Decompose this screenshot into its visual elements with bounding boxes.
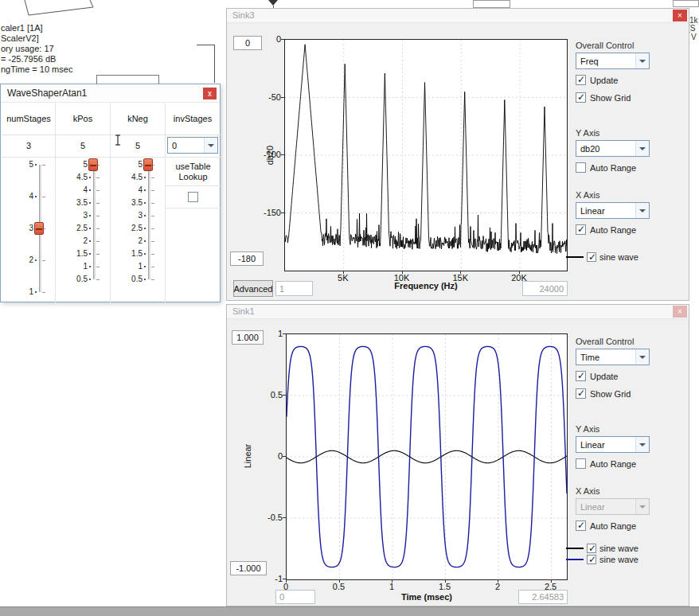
x-tick-label: 15K <box>448 273 472 283</box>
column-header-numstages: numStages <box>2 103 56 135</box>
diagram-annotation-line: = -25.7956 dB <box>1 54 72 64</box>
advanced-button[interactable]: Advanced <box>233 280 273 297</box>
x-auto-range-checkbox[interactable] <box>576 520 586 531</box>
slider-tick-mark <box>151 203 154 204</box>
slider-scale-label: 0.5 <box>68 275 88 283</box>
slider-handle[interactable] <box>88 158 98 171</box>
slider-tick-dot <box>89 228 91 229</box>
y-auto-range-checkbox[interactable] <box>576 162 586 173</box>
x-axis-dropdown[interactable]: Linear <box>576 498 650 515</box>
legend-checkbox[interactable] <box>587 252 596 262</box>
x-tick-label: 2.5 <box>539 582 563 591</box>
legend-label: sine wave <box>599 555 638 564</box>
overall-control-label: Overall Control <box>576 41 634 50</box>
column-header-kneg: kNeg <box>111 103 165 135</box>
y-axis-dropdown[interactable]: Linear <box>576 436 650 453</box>
slider-scale-label: 2 <box>14 255 33 264</box>
slider-scale-label: 1 <box>123 262 143 271</box>
y-tick-mark <box>283 579 286 579</box>
dialog-titlebar[interactable]: WaveShaperAtan1 x <box>1 84 220 103</box>
legend-line-swatch <box>566 548 584 549</box>
slider-tick-dot <box>144 202 146 204</box>
slider-scale-label: 5 <box>68 160 88 169</box>
invstages-dropdown[interactable]: 0 <box>167 137 218 154</box>
slider-tick-mark <box>42 260 45 261</box>
overall-control-label: Overall Control <box>576 337 634 346</box>
x-max-input[interactable] <box>518 590 568 604</box>
legend-item: sine wave <box>566 251 638 263</box>
domain-dropdown[interactable]: Time <box>576 349 650 365</box>
slider-tick-dot <box>89 266 91 267</box>
show-grid-checkbox[interactable] <box>576 388 586 399</box>
slider-scale-label: 4 <box>68 185 88 194</box>
x-min-input[interactable] <box>275 590 315 604</box>
usetable-lookup-checkbox[interactable] <box>188 192 198 202</box>
kpos-value[interactable]: 5 <box>56 135 110 157</box>
x-tick-label: 5K <box>331 273 355 283</box>
y-axis-value: db20 <box>576 144 635 154</box>
y-min-box[interactable]: -180 <box>230 251 264 266</box>
slider-track[interactable] <box>93 165 96 279</box>
x-auto-range-checkbox[interactable] <box>576 224 586 235</box>
legend-checkbox[interactable] <box>587 555 596 564</box>
slider-scale-label: 3.5 <box>68 198 88 207</box>
slider-tick-mark <box>42 292 45 293</box>
close-button[interactable]: x <box>203 88 217 99</box>
y-tick-label: -1 <box>254 574 283 583</box>
y-axis-dropdown[interactable]: db20 <box>576 140 650 157</box>
horizontal-scrollbar[interactable] <box>0 606 699 616</box>
update-label: Update <box>590 372 618 381</box>
numstages-value[interactable]: 3 <box>2 135 56 157</box>
y-tick-label: -50 <box>252 92 281 102</box>
slider-handle[interactable] <box>143 158 153 171</box>
x-axis-dropdown[interactable]: Linear <box>576 202 650 219</box>
slider-tick-dot <box>89 279 91 280</box>
diagram-annotation-line: ory usage: 17 <box>1 44 72 54</box>
plot-area[interactable] <box>286 333 568 580</box>
slider-track[interactable] <box>148 165 150 279</box>
chevron-down-icon <box>635 203 649 218</box>
slider-scale-label: 1.5 <box>123 249 143 258</box>
y-tick-label: 0.5 <box>254 390 283 400</box>
slider-scale-label: 0.5 <box>123 275 143 283</box>
grid-line <box>110 103 111 303</box>
slider-scale-label: 1.5 <box>68 249 88 258</box>
legend: sine wavesine wave <box>566 543 638 565</box>
legend-label: sine wave <box>599 544 638 553</box>
text-cursor-pointer <box>115 135 121 146</box>
slider-scale-label: 1 <box>68 262 88 271</box>
show-grid-checkbox[interactable] <box>576 92 586 103</box>
x-tick-mark <box>445 579 446 583</box>
x-max-input[interactable] <box>522 281 568 296</box>
chevron-down-icon <box>635 141 649 156</box>
app-canvas: caler1 [1A] ScalerV2] ory usage: 17 = -2… <box>0 0 699 616</box>
x-tick-mark <box>286 579 287 583</box>
domain-dropdown[interactable]: Freq <box>576 53 650 69</box>
slider-tick-dot <box>144 266 146 267</box>
numstages-slider[interactable]: 54321 <box>2 157 56 303</box>
kneg-slider[interactable]: 54.543.532.521.510.5 <box>111 157 165 303</box>
x-tick-label: 0.5 <box>327 582 351 591</box>
slider-tick-mark <box>96 216 100 216</box>
y-tick-mark <box>281 154 284 155</box>
x-min-input[interactable] <box>275 281 313 296</box>
legend-checkbox[interactable] <box>587 544 596 553</box>
kpos-slider[interactable]: 54.543.532.521.510.5 <box>56 157 110 303</box>
slider-scale-label: 2.5 <box>68 224 88 232</box>
slider-tick-dot <box>89 253 91 255</box>
x-axis-section-label: X Axis <box>576 190 600 200</box>
slider-handle[interactable] <box>34 222 44 235</box>
y-auto-range-checkbox[interactable] <box>576 458 586 469</box>
slider-tick-dot <box>144 279 146 280</box>
slider-scale-label: 3.5 <box>123 198 143 207</box>
update-checkbox[interactable] <box>576 75 586 85</box>
plot-area[interactable] <box>284 39 568 271</box>
slider-tick-dot <box>144 228 146 229</box>
update-checkbox[interactable] <box>576 371 586 381</box>
usetable-lookup-label-line1: useTable <box>175 162 210 172</box>
x-tick-mark <box>392 579 392 583</box>
slider-tick-dot <box>89 202 91 204</box>
show-grid-label: Show Grid <box>590 93 631 103</box>
legend-line-swatch <box>566 256 584 258</box>
slider-scale-label: 4 <box>14 192 33 201</box>
